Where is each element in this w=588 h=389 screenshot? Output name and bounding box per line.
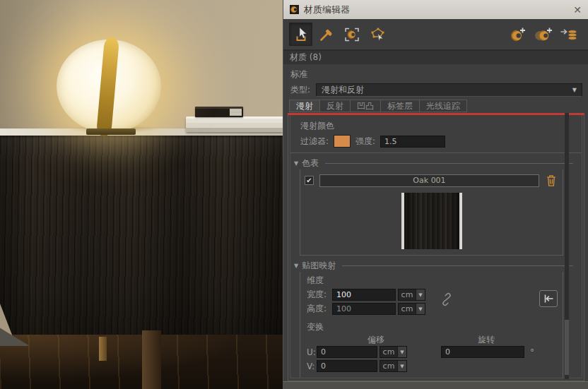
offset-u-row: U: cm ▼ [307, 346, 435, 358]
collapse-arrow-icon: ▼ [294, 263, 298, 269]
cabinet-leg-small [99, 337, 107, 361]
diffuse-tab-page: 漫射颜色 过滤器: 强度: ▼ 色表 ✔ Oak 001 [288, 115, 584, 381]
rotation-input[interactable] [441, 346, 524, 358]
material-editor-icon [290, 5, 299, 14]
collapse-arrow-icon: ▼ [294, 160, 298, 167]
material-toolbar [283, 19, 588, 50]
width-unit-value: cm [399, 290, 416, 299]
width-row: 宽度: cm ▼ [307, 289, 563, 301]
width-input[interactable] [332, 289, 396, 301]
chevron-down-icon: ▼ [572, 87, 577, 93]
offset-v-input[interactable] [317, 360, 377, 372]
color-table-label: 色表 [302, 157, 319, 169]
diffuse-color-group-label: 漫射颜色 [300, 120, 582, 132]
chevron-down-icon: ▼ [416, 289, 425, 300]
color-table-group-header[interactable]: ▼ 色表 [294, 157, 573, 169]
texture-edge-strip-right [459, 193, 462, 249]
texture-name-field[interactable]: Oak 001 [319, 174, 539, 187]
select-by-material-button[interactable] [340, 23, 363, 46]
offset-u-input[interactable] [317, 346, 377, 358]
duplicate-material-button[interactable] [531, 23, 555, 46]
arrow-layers-icon [560, 26, 578, 43]
material-picker-brackets-icon [343, 26, 360, 43]
group-header-line [342, 265, 573, 266]
reset-mapping-button[interactable] [539, 290, 558, 307]
texture-slot-row: ✔ Oak 001 [300, 169, 563, 187]
wood-floor [0, 335, 283, 389]
pick-material-tool-button[interactable] [314, 23, 338, 46]
strength-input[interactable] [380, 136, 445, 148]
height-row: 高度: cm ▼ [307, 303, 563, 315]
materials-count-header[interactable]: 材质 (8) [283, 50, 588, 64]
height-unit-dropdown[interactable]: cm ▼ [398, 303, 425, 315]
texture-enabled-checkbox[interactable]: ✔ [305, 176, 314, 185]
tab-bump[interactable]: 凹凸 [350, 100, 380, 112]
height-unit-value: cm [399, 304, 416, 313]
color-table-group-box: ✔ Oak 001 [300, 169, 563, 256]
v-label: V: [307, 361, 317, 371]
chevron-down-icon: ▼ [397, 347, 406, 357]
window-titlebar[interactable]: 材质编辑器 ✕ [283, 0, 588, 19]
transform-columns: 偏移 U: cm ▼ V: [307, 334, 563, 372]
transform-label: 变换 [307, 321, 563, 333]
eyedropper-icon [318, 26, 335, 43]
width-unit-dropdown[interactable]: cm ▼ [398, 289, 425, 301]
book-pages-edge [230, 109, 242, 116]
book-top [195, 107, 243, 117]
rotation-column: 旋转 ° [441, 334, 534, 372]
chevron-down-icon: ▼ [416, 304, 425, 314]
channel-tabs: 漫射 反射 凹凸 标签层 光线追踪 [289, 100, 588, 112]
tab-diffuse[interactable]: 漫射 [289, 100, 319, 112]
cabinet-front [0, 134, 283, 340]
width-label: 宽度: [307, 289, 332, 301]
rotation-header: 旋转 [441, 334, 531, 344]
new-material-button[interactable] [506, 23, 529, 46]
tab-raytrace[interactable]: 光线追踪 [419, 100, 467, 112]
polygon-select-icon [369, 26, 386, 43]
u-label: U: [307, 347, 317, 357]
tab-reflection[interactable]: 反射 [319, 100, 350, 112]
screenshot-root: 材质编辑器 ✕ [0, 0, 588, 389]
filter-color-swatch[interactable] [334, 135, 351, 148]
material-type-dropdown[interactable]: 漫射和反射 ▼ [316, 83, 582, 97]
rotation-row: ° [441, 346, 534, 358]
dimensions-label: 维度 [307, 275, 563, 287]
type-label: 类型: [290, 84, 310, 96]
duplicate-material-icon [534, 26, 553, 43]
diffuse-group-separator [290, 152, 582, 153]
standard-shader-label: 标准 [290, 68, 588, 80]
apply-material-tool-button[interactable] [289, 23, 312, 46]
panel-scrollbar[interactable] [565, 113, 569, 379]
arrow-to-bar-icon [542, 293, 555, 304]
new-material-icon [509, 26, 527, 43]
mapping-group-box: 维度 宽度: cm ▼ 高度: cm ▼ [300, 272, 563, 378]
render-viewport[interactable] [0, 0, 283, 389]
cursor-tray-icon [293, 26, 310, 43]
tab-label-layer[interactable]: 标签层 [380, 100, 419, 112]
height-input[interactable] [332, 303, 396, 315]
material-type-value: 漫射和反射 [322, 84, 364, 96]
filter-row: 过滤器: 强度: [300, 135, 582, 148]
trash-icon[interactable] [545, 174, 558, 187]
window-title: 材质编辑器 [304, 4, 350, 16]
tab-page-frame: 漫射颜色 过滤器: 强度: ▼ 色表 ✔ Oak 001 [290, 115, 582, 378]
offset-v-unit-dropdown[interactable]: cm ▼ [380, 360, 407, 372]
offset-v-unit-value: cm [380, 361, 397, 371]
scrollbar-thumb[interactable] [565, 320, 569, 375]
mapping-group-header[interactable]: ▼ 贴图映射 [294, 260, 573, 272]
assign-to-selection-button[interactable] [365, 23, 389, 46]
texture-wood-thumbnail [404, 193, 459, 249]
window-bottom-edge [283, 381, 588, 389]
filter-label: 过滤器: [300, 136, 329, 148]
texture-preview[interactable] [401, 193, 462, 249]
repeat-label: 重复 [307, 378, 563, 378]
offset-u-unit-dropdown[interactable]: cm ▼ [380, 346, 407, 358]
cabinet-leg-large [142, 330, 161, 389]
lamp-base [86, 128, 136, 135]
unlink-chain-icon[interactable] [439, 292, 454, 307]
height-label: 高度: [307, 303, 332, 315]
apply-to-layers-button[interactable] [557, 23, 580, 46]
degree-unit: ° [530, 347, 534, 357]
offset-u-unit-value: cm [380, 347, 397, 357]
close-button[interactable]: ✕ [573, 5, 582, 15]
